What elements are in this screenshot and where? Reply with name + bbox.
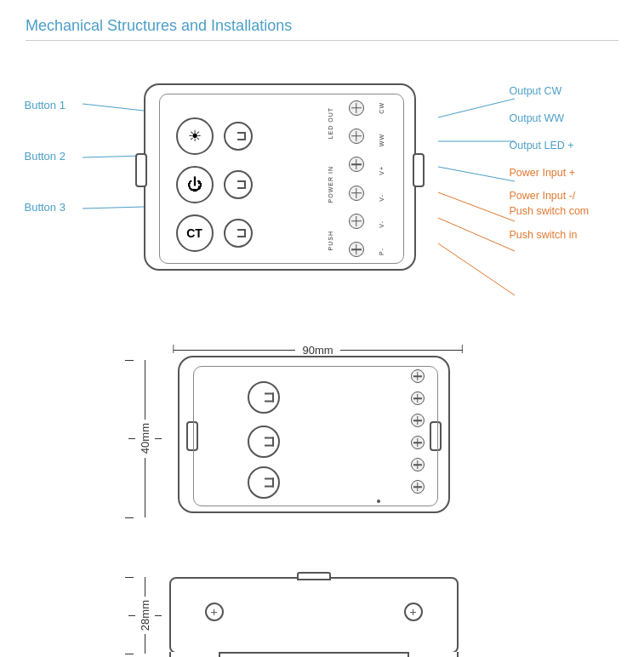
terminal-labels: LED OUT POWER IN PUSH (319, 94, 343, 264)
sun-icon: ☀ (188, 127, 202, 146)
dim-28mm: 28mm (128, 577, 162, 654)
label-button3: Button 3 (25, 201, 66, 214)
label-power-input-minus: Power Input -/Push switch com (510, 189, 620, 219)
vplus-label: V+ (379, 166, 385, 175)
front-screw-2 (411, 391, 425, 405)
knob1 (224, 122, 253, 151)
button1-text: Button 1 (25, 99, 66, 111)
flange-left (169, 652, 220, 657)
front-view-wrapper: | 90mm | 40mm (110, 339, 535, 543)
flange-right (407, 652, 459, 657)
device-body-top: ☀ ⏻ CT LED OUT POWER IN PUSH (144, 83, 416, 271)
svg-line-6 (438, 192, 515, 221)
page-title: Mechanical Structures and Installations (26, 17, 618, 41)
screw-ww (349, 129, 364, 144)
label-output-cw: Output CW (510, 85, 620, 97)
power-icon: ⏻ (187, 176, 202, 194)
svg-line-7 (438, 218, 515, 251)
screw-p (349, 242, 364, 257)
push-label: PUSH (328, 231, 333, 250)
front-screw-1 (411, 369, 425, 383)
screw-vminus2 (349, 214, 364, 229)
knob-front-3 (248, 466, 280, 499)
label-output-ww: Output WW (510, 112, 620, 124)
p-label: P- (379, 248, 385, 255)
screw-target-right (404, 603, 423, 621)
terminal-screws (346, 94, 367, 264)
ear-right (413, 153, 425, 187)
front-screw-4 (411, 436, 425, 449)
inner-panel-front (193, 366, 438, 506)
device-front-body (178, 356, 450, 513)
ww-label: WW (379, 134, 385, 146)
knob2 (224, 170, 253, 199)
front-screw-3 (411, 414, 425, 427)
screw-vplus (349, 157, 364, 172)
power-in-label: POWER IN (328, 166, 333, 203)
knob3 (224, 219, 253, 248)
device-front-view (161, 356, 467, 517)
button3-text: Button 3 (25, 201, 66, 214)
front-screw-6 (411, 480, 425, 494)
dim-tick-bottom (125, 517, 134, 518)
ear-left (135, 153, 147, 187)
front-screw-5 (411, 458, 425, 471)
terminal-labels-right: CW WW V+ V- V- P- (370, 94, 394, 264)
device-top-view: ☀ ⏻ CT LED OUT POWER IN PUSH (127, 83, 433, 271)
device-bottom-view (169, 577, 459, 654)
dim-90mm-label: 90mm (295, 344, 339, 357)
label-button1: Button 1 (25, 99, 66, 111)
dim-28mm-tick-top (125, 577, 134, 578)
label-output-led: Output LED + (510, 140, 620, 151)
dim-90mm: | 90mm | (174, 344, 463, 357)
svg-line-3 (438, 99, 515, 117)
diagrams-container: Button 1 Button 2 Button 3 ☀ ⏻ CT (26, 49, 618, 657)
screw-vminus (349, 186, 364, 201)
svg-line-5 (438, 167, 515, 181)
knob-front-1 (248, 381, 280, 414)
svg-line-8 (438, 243, 515, 295)
button1-icon-circle: ☀ (176, 117, 214, 155)
dim-tick-top (125, 360, 134, 361)
vminus-label: V- (379, 194, 385, 202)
cw-label: CW (379, 102, 385, 114)
device-mark (377, 500, 380, 503)
screw-cw (349, 100, 364, 116)
right-labels: Output CW Output WW Output LED + Power I… (510, 85, 620, 241)
front-screws (411, 369, 425, 494)
dim-28mm-tick-bottom (125, 654, 134, 654)
label-button2: Button 2 (25, 150, 66, 163)
button2-icon-circle: ⏻ (176, 166, 214, 203)
dim-40mm-label: 40mm (135, 420, 155, 457)
bottom-view-wrapper: 28mm (110, 560, 535, 657)
knob-front-2 (248, 426, 280, 458)
device-bottom-body (169, 577, 459, 654)
button2-text: Button 2 (25, 150, 66, 163)
dim-28mm-label: 28mm (135, 597, 155, 634)
vminus2-label: V- (379, 220, 385, 228)
dim-40mm: 40mm (128, 360, 162, 517)
ct-icon: CT (186, 226, 202, 240)
screw-target-left (205, 603, 224, 621)
button3-icon-circle: CT (176, 214, 214, 252)
connector-top-bump (297, 572, 331, 580)
top-view-diagram: Button 1 Button 2 Button 3 ☀ ⏻ CT (25, 49, 620, 322)
label-push-switch-in: Push switch in (510, 229, 620, 241)
terminal-area: LED OUT POWER IN PUSH CW WW (319, 94, 396, 264)
label-power-input-plus: Power Input + (510, 167, 620, 179)
led-out-label: LED OUT (328, 107, 333, 139)
